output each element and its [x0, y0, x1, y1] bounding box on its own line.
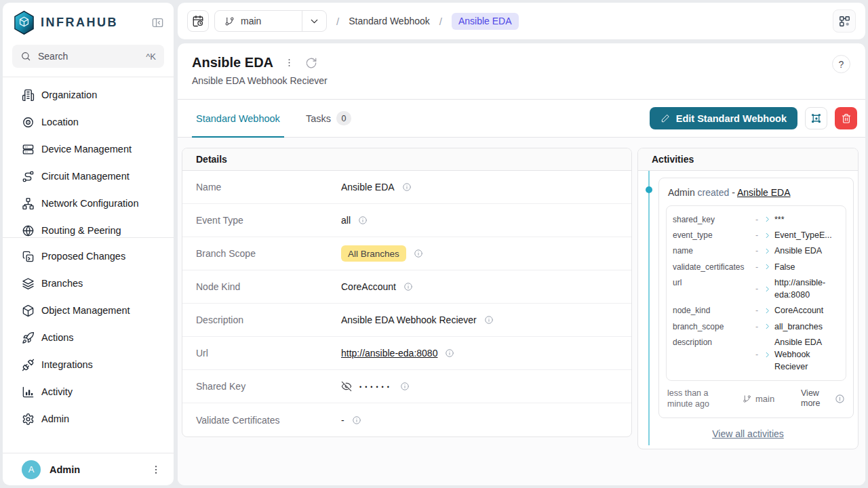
branch-dropdown-toggle[interactable]	[302, 11, 326, 31]
sidebar-item-actions[interactable]: Actions	[3, 324, 174, 351]
info-icon[interactable]	[484, 315, 494, 325]
refresh-icon[interactable]	[305, 57, 317, 69]
activity-target-link[interactable]: Ansible EDA	[737, 187, 791, 198]
chevron-right-icon	[764, 307, 774, 314]
breadcrumb-separator: /	[336, 16, 339, 27]
url-link[interactable]: http://ansible-eda:8080	[341, 348, 437, 359]
content-area: Details Name Ansible EDA Event Type all …	[178, 138, 865, 485]
property-row: url-http://ansible-eda:8080	[673, 275, 840, 303]
view-all-activities-link[interactable]: View all activities	[638, 428, 858, 439]
eye-off-icon[interactable]	[341, 381, 352, 392]
masked-shared-key: ••••••	[359, 382, 393, 390]
network-icon	[22, 197, 35, 210]
manage-groups-button[interactable]	[805, 107, 827, 129]
timeline-line	[648, 171, 650, 445]
info-icon[interactable]	[352, 415, 361, 425]
property-row: validate_certificates-False	[673, 259, 840, 274]
layers-icon	[22, 277, 35, 290]
rocket-icon	[22, 331, 35, 344]
breadcrumb-schema[interactable]: Standard Webhook	[349, 16, 430, 26]
sidebar-item-branches[interactable]: Branches	[3, 270, 174, 297]
diff-squares-icon	[22, 250, 35, 263]
info-icon[interactable]	[402, 182, 412, 192]
tabs-row: Standard Webhook Tasks 0 Edit Standard W…	[178, 100, 865, 138]
main-column: main / Standard Webhook / Ansible EDA An…	[178, 3, 865, 485]
chevron-down-icon	[309, 16, 320, 27]
search-input[interactable]: Search ^K	[12, 45, 164, 68]
activities-panel-title: Activities	[638, 148, 858, 171]
view-more-link[interactable]: View more	[801, 388, 829, 409]
delete-button[interactable]	[835, 107, 857, 129]
target-icon	[22, 116, 35, 129]
route-icon	[22, 170, 35, 183]
tab-tasks[interactable]: Tasks 0	[302, 100, 355, 137]
property-row: branch_scope-all_branches	[673, 319, 840, 334]
bar-chart-icon	[22, 386, 35, 399]
sidebar-item-proposed-changes[interactable]: Proposed Changes	[3, 243, 174, 270]
sidebar-item-activity[interactable]: Activity	[3, 378, 174, 405]
page-title: Ansible EDA	[192, 55, 273, 70]
activity-user: Admin	[668, 187, 695, 198]
page-header: Ansible EDA Ansible EDA Webhook Reciever…	[178, 43, 865, 100]
sidebar-item-device-management[interactable]: Device Management	[3, 136, 174, 163]
activity-footer: less than a minute ago main View more	[666, 381, 846, 411]
globe-icon	[22, 224, 35, 237]
activity-properties: shared_key-*** event_type-Event_TypeE...…	[666, 205, 846, 381]
info-icon[interactable]	[358, 216, 368, 225]
nodes-graph-icon	[838, 15, 851, 28]
sidebar-item-integrations[interactable]: Integrations	[3, 351, 174, 378]
property-row: shared_key-***	[673, 211, 840, 227]
breadcrumb-entity-badge[interactable]: Ansible EDA	[452, 13, 519, 30]
chevron-right-icon	[764, 232, 774, 239]
page-subtitle: Ansible EDA Webhook Reciever	[192, 75, 851, 99]
pencil-icon	[660, 114, 670, 123]
detail-row-url: Url http://ansible-eda:8080	[182, 337, 631, 370]
user-name: Admin	[50, 464, 80, 475]
chevron-right-icon	[764, 285, 774, 293]
info-icon[interactable]	[414, 249, 423, 258]
info-icon[interactable]	[403, 282, 413, 291]
sidebar-item-circuit-management[interactable]: Circuit Management	[3, 163, 174, 190]
calendar-clock-button[interactable]	[187, 10, 209, 32]
sidebar-collapse-icon[interactable]	[151, 16, 164, 29]
sidebar-item-admin[interactable]: Admin	[3, 405, 174, 432]
cube-icon	[22, 304, 35, 317]
timeline-dot	[646, 186, 652, 193]
details-panel: Details Name Ansible EDA Event Type all …	[182, 148, 632, 437]
chevron-right-icon	[764, 216, 774, 223]
chevron-right-icon	[764, 323, 774, 330]
activity-timeline: Admin created - Ansible EDA shared_key-*…	[638, 171, 858, 418]
info-icon[interactable]	[835, 394, 845, 404]
sidebar-item-location[interactable]: Location	[3, 108, 174, 136]
edit-webhook-button[interactable]: Edit Standard Webhook	[650, 107, 797, 129]
activity-header: Admin created - Ansible EDA	[666, 186, 846, 205]
title-kebab-icon[interactable]	[284, 58, 294, 68]
branch-selector[interactable]: main	[214, 10, 327, 32]
info-icon[interactable]	[400, 382, 410, 391]
chevron-right-icon	[764, 263, 774, 270]
info-icon[interactable]	[445, 348, 454, 358]
detail-row-name: Name Ansible EDA	[182, 171, 631, 204]
sidebar-item-organization[interactable]: Organization	[3, 81, 174, 108]
help-button[interactable]: ?	[832, 55, 850, 73]
git-branch-icon	[224, 16, 235, 26]
plug-icon	[22, 359, 35, 371]
sidebar-item-routing-peering[interactable]: Routing & Peering	[3, 217, 174, 237]
property-row: event_type-Event_TypeE...	[673, 227, 840, 243]
sidebar-item-network-configuration[interactable]: Network Configuration	[3, 190, 174, 217]
activity-separator: -	[732, 187, 735, 198]
details-panel-title: Details	[182, 148, 631, 171]
search-shortcut: ^K	[146, 52, 156, 62]
user-menu-kebab-icon[interactable]	[151, 464, 161, 475]
search-icon	[20, 51, 31, 62]
branch-name: main	[241, 16, 261, 26]
schema-visualizer-button[interactable]	[833, 9, 856, 33]
sidebar-item-object-management[interactable]: Object Management	[3, 297, 174, 324]
branch-scope-badge: All Branches	[341, 245, 406, 262]
sidebar-user[interactable]: A Admin	[3, 453, 174, 485]
tab-standard-webhook[interactable]: Standard Webhook	[192, 100, 284, 137]
detail-row-node-kind: Node Kind CoreAccount	[182, 270, 631, 304]
property-row: description-Ansible EDA Webhook Reciever	[673, 335, 840, 375]
detail-row-validate-certificates: Validate Certificates -	[182, 403, 631, 436]
sidebar: INFRAHUB Search ^K Organization Location…	[3, 3, 174, 485]
